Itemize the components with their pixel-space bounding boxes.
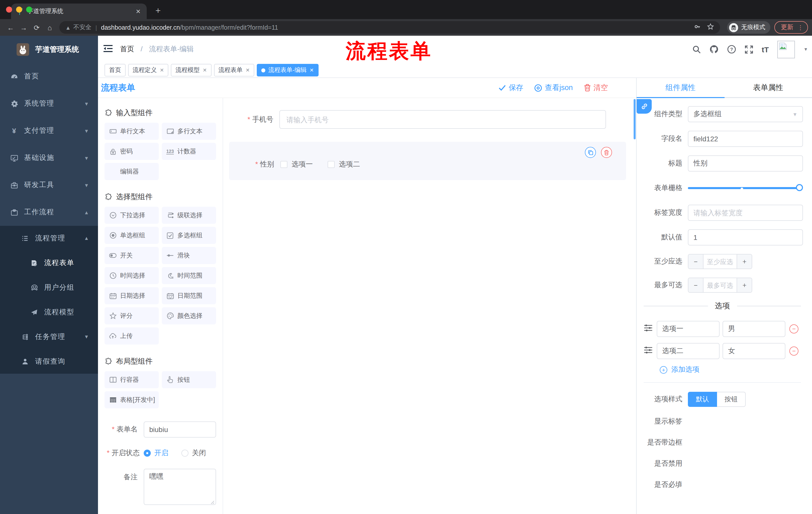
phone-input[interactable] (279, 110, 606, 129)
slider-knob[interactable] (796, 184, 803, 191)
sidebar-item-process-form[interactable]: 流程表单 (0, 250, 98, 275)
sidebar-item-process-model[interactable]: 流程模型 (0, 300, 98, 324)
drag-handle-icon[interactable] (644, 324, 653, 334)
font-size-icon[interactable]: tT (762, 45, 769, 54)
canvas-field-phone[interactable]: 手机号 (223, 110, 636, 129)
remove-option-button[interactable]: − (789, 324, 799, 333)
component-radio-group[interactable]: 单选框组 (105, 227, 159, 244)
back-button[interactable]: ← (4, 23, 17, 31)
search-icon[interactable] (692, 45, 701, 54)
zoom-window-button[interactable] (26, 6, 32, 12)
status-off-radio[interactable]: 关闭 (181, 449, 206, 458)
bookmark-star-icon[interactable] (707, 23, 714, 32)
tab-component-props[interactable]: 组件属性 (637, 78, 724, 97)
copy-component-button[interactable] (585, 147, 596, 158)
checkbox-icon[interactable] (281, 161, 288, 168)
title-input[interactable] (688, 155, 803, 171)
avatar[interactable] (777, 40, 795, 58)
minimize-window-button[interactable] (16, 6, 22, 12)
style-default-button[interactable]: 默认 (688, 392, 717, 407)
app-logo-row[interactable]: 芋道管理系统 (0, 36, 98, 63)
component-color-picker[interactable]: 颜色选择 (162, 307, 216, 324)
label-width-input[interactable] (688, 205, 803, 221)
sidebar-fold-icon[interactable] (103, 44, 114, 55)
option-label-input[interactable] (657, 321, 720, 337)
component-row-container[interactable]: 行容器 (105, 371, 159, 388)
sidebar-item-infra[interactable]: 基础设施 ▼ (0, 144, 98, 171)
max-select-input[interactable] (703, 278, 736, 292)
home-button[interactable]: ⌂ (43, 23, 56, 31)
component-type-select[interactable]: 多选框组 ▼ (688, 106, 803, 122)
component-editor[interactable]: 编辑器 (105, 163, 159, 180)
resize-grip[interactable] (210, 501, 214, 505)
component-switch[interactable]: 开关 (105, 247, 159, 264)
canvas-scrollbar-thumb[interactable] (634, 99, 636, 139)
component-checkbox-group[interactable]: 多选框组 (162, 227, 216, 244)
sidebar-item-user-group[interactable]: 用户分组 (0, 275, 98, 300)
field-name-input[interactable] (688, 131, 803, 147)
canvas-field-gender-selected[interactable]: 性别 选项一 选项二 (229, 142, 626, 180)
update-button[interactable]: 更新 ⋮ (774, 21, 808, 34)
increase-button[interactable]: ＋ (736, 278, 752, 292)
form-grid-slider[interactable] (688, 180, 803, 196)
component-time-range[interactable]: 时间范围 (162, 267, 216, 284)
avatar-caret-icon[interactable]: ▼ (804, 47, 808, 52)
sidebar-item-devtools[interactable]: 研发工具 ▼ (0, 171, 98, 199)
option-value-input[interactable] (723, 321, 785, 337)
default-value-input[interactable] (688, 229, 803, 245)
style-button-button[interactable]: 按钮 (717, 392, 746, 407)
clear-button[interactable]: 清空 (584, 83, 608, 92)
slider-track[interactable] (688, 187, 800, 189)
form-name-input[interactable] (144, 422, 216, 437)
tag-process-form[interactable]: 流程表单✕ (214, 64, 255, 77)
sidebar-item-leave-query[interactable]: 请假查询 (0, 349, 98, 374)
component-button[interactable]: 按钮 (162, 371, 216, 388)
close-icon[interactable]: ✕ (246, 67, 250, 73)
gender-option-2[interactable]: 选项二 (328, 160, 360, 169)
github-icon[interactable] (709, 45, 719, 54)
help-icon[interactable]: ? (727, 45, 736, 54)
address-bar[interactable]: ▲ 不安全 | dashboard.yudao.iocoder.cn /bpm/… (59, 21, 720, 34)
breadcrumb-home[interactable]: 首页 (120, 45, 134, 53)
option-value-input[interactable] (723, 343, 785, 359)
fullscreen-icon[interactable] (745, 45, 753, 54)
component-cascader[interactable]: 级联选择 (162, 207, 216, 224)
forward-button[interactable]: → (17, 23, 30, 31)
save-button[interactable]: 保存 (499, 83, 523, 92)
close-window-button[interactable] (6, 6, 12, 12)
component-date-picker[interactable]: 日期选择 (105, 287, 159, 304)
form-canvas[interactable]: 手机号 性别 选项一 (223, 98, 636, 514)
close-icon[interactable]: ✕ (203, 67, 207, 73)
browser-menu-icon[interactable]: ⋮ (798, 24, 804, 31)
sidebar-item-system[interactable]: 系统管理 ▼ (0, 90, 98, 117)
form-remark-textarea[interactable]: 嘿嘿 (144, 469, 216, 505)
remove-option-button[interactable]: − (789, 347, 799, 356)
min-select-input[interactable] (703, 254, 736, 269)
component-password[interactable]: 密码 (105, 143, 159, 160)
component-single-line-text[interactable]: 单行文本 (105, 123, 159, 140)
decrease-button[interactable]: − (688, 254, 703, 269)
component-slider[interactable]: 滑块 (162, 247, 216, 264)
close-icon[interactable]: ✕ (160, 67, 164, 73)
component-select[interactable]: 下拉选择 (105, 207, 159, 224)
delete-component-button[interactable] (601, 147, 612, 158)
link-drawer-button[interactable] (637, 99, 652, 114)
component-multi-line-text[interactable]: 多行文本 (162, 123, 216, 140)
sidebar-item-process-mgmt[interactable]: 流程管理 ▲ (0, 226, 98, 250)
drag-handle-icon[interactable] (644, 346, 653, 356)
component-time-picker[interactable]: 时间选择 (105, 267, 159, 284)
gender-option-1[interactable]: 选项一 (281, 160, 313, 169)
status-on-radio[interactable]: 开启 (144, 449, 168, 458)
component-rate[interactable]: 评分 (105, 307, 159, 324)
close-icon[interactable]: ✕ (310, 67, 314, 73)
decrease-button[interactable]: − (688, 278, 703, 292)
component-upload[interactable]: 上传 (105, 327, 159, 345)
tag-process-model[interactable]: 流程模型✕ (171, 64, 211, 77)
view-json-button[interactable]: 查看json (534, 83, 573, 92)
new-tab-button[interactable]: ＋ (154, 4, 162, 19)
password-key-icon[interactable] (694, 23, 701, 32)
component-counter[interactable]: 123计数器 (162, 143, 216, 160)
tag-process-form-edit[interactable]: 流程表单-编辑✕ (257, 64, 318, 77)
add-option-button[interactable]: ＋ 添加选项 (660, 365, 803, 374)
sidebar-item-task-mgmt[interactable]: 任务管理 ▼ (0, 324, 98, 349)
